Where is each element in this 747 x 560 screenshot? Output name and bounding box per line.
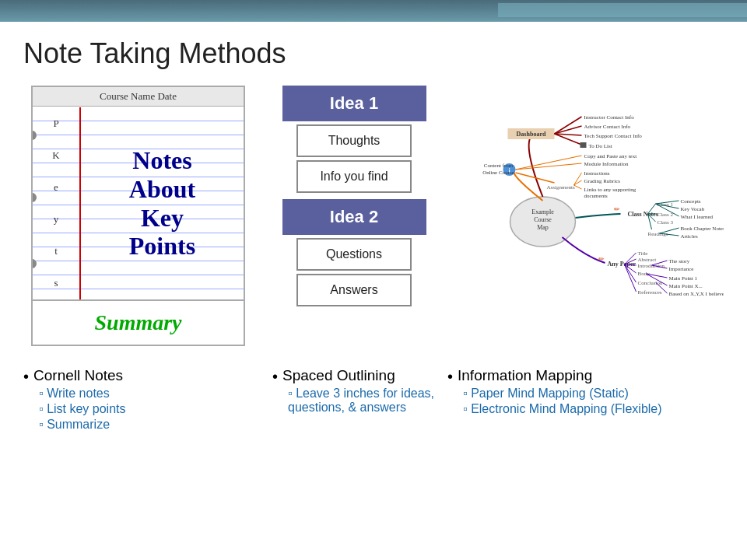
mindmap-section-title: Information Mapping (447, 367, 724, 386)
questions-block: Questions (296, 238, 412, 271)
svg-text:To Do List: To Do List (589, 143, 612, 149)
svg-text:Key Vocab: Key Vocab (681, 206, 705, 212)
svg-text:Course: Course (534, 216, 552, 223)
svg-text:Importance: Importance (669, 266, 694, 272)
info-block: Info you find (296, 160, 412, 193)
hole-1 (31, 131, 37, 140)
svg-text:Class 3: Class 3 (658, 219, 674, 226)
svg-text:Title: Title (638, 250, 648, 257)
outline-column: Idea 1 Thoughts Info you find Idea 2 Que… (272, 86, 436, 310)
svg-line-21 (516, 163, 582, 170)
svg-text:Any Paper: Any Paper (608, 261, 637, 268)
columns-container: Course Name Date P K e (23, 86, 724, 350)
cornell-bullets: Cornell Notes Write notes List key point… (23, 364, 265, 432)
svg-text:References: References (638, 289, 662, 296)
svg-text:documents: documents (584, 193, 608, 199)
svg-text:Main Point X...: Main Point X... (669, 283, 703, 289)
cornell-bullet-2: List key points (39, 401, 265, 417)
svg-text:Links to any supporting: Links to any supporting (584, 187, 637, 193)
svg-text:Content from: Content from (484, 163, 514, 169)
notebook-summary: Summary (33, 299, 244, 345)
svg-line-19 (516, 156, 582, 170)
top-bar (0, 0, 747, 22)
thoughts-block: Thoughts (296, 124, 412, 157)
svg-text:Articles: Articles (681, 233, 698, 240)
svg-text:Introduction: Introduction (638, 263, 665, 269)
svg-text:What I learned: What I learned (681, 214, 714, 220)
svg-text:Instructions: Instructions (584, 170, 610, 177)
mindmap-column: Example Course Map Dashboard Instructor … (447, 86, 724, 350)
svg-text:Advisor Contact Info: Advisor Contact Info (584, 124, 631, 130)
notebook-main-text: Notes About Key Points (129, 146, 195, 261)
notebook-diagram: Course Name Date P K e (31, 86, 245, 346)
notebook-header: Course Name Date (33, 87, 244, 107)
svg-line-8 (555, 126, 582, 134)
cornell-bullet-1: Write notes (39, 386, 265, 401)
hole-2 (31, 193, 37, 202)
svg-text:Class 2: Class 2 (658, 212, 674, 218)
bullets-row: Cornell Notes Write notes List key point… (23, 364, 724, 432)
svg-line-29 (574, 185, 582, 189)
mindmap-diagram: Example Course Map Dashboard Instructor … (447, 86, 724, 350)
cornell-bullet-3: Summarize (39, 417, 265, 432)
svg-text:Grading Rubrics: Grading Rubrics (584, 178, 621, 184)
mindmap-svg: Example Course Map Dashboard Instructor … (447, 86, 724, 350)
svg-text:Dashboard: Dashboard (517, 131, 546, 138)
svg-text:Map: Map (537, 224, 549, 231)
svg-text:Main Point 1: Main Point 1 (669, 275, 698, 282)
cornell-sub-bullets: Write notes List key points Summarize (23, 386, 265, 432)
outline-bullet-1: Leave 3 inches for ideas, questions, & a… (288, 386, 436, 415)
outline-diagram: Idea 1 Thoughts Info you find Idea 2 Que… (282, 86, 426, 310)
svg-text:Book Chapter Notes: Book Chapter Notes (681, 226, 724, 232)
svg-text:Abstract: Abstract (638, 257, 657, 263)
svg-line-25 (574, 173, 582, 185)
idea1-block: Idea 1 (282, 86, 426, 121)
svg-text:Tech Support Contact Info: Tech Support Contact Info (584, 133, 643, 139)
svg-text:✏: ✏ (614, 205, 620, 213)
outline-bullets: Spaced Outlining Leave 3 inches for idea… (272, 364, 436, 432)
mindmap-bullet-2: Electronic Mind Mapping (Flexible) (463, 401, 724, 417)
cornell-section-title: Cornell Notes (23, 367, 265, 386)
main-content: Note Taking Methods Course Name Date (0, 22, 747, 560)
top-bar-accent (498, 3, 747, 17)
svg-text:Concepts: Concepts (681, 198, 701, 205)
svg-text:✏: ✏ (598, 255, 605, 263)
svg-line-6 (555, 117, 582, 134)
svg-text:Example: Example (531, 208, 554, 215)
svg-text:Based on X,Y,X I believe: Based on X,Y,X I believe (669, 291, 724, 297)
mindmap-bullets: Information Mapping Paper Mind Mapping (… (447, 364, 724, 432)
page-title: Note Taking Methods (23, 37, 724, 70)
mindmap-bullet-1: Paper Mind Mapping (Static) (463, 386, 724, 401)
cornell-column: Course Name Date P K e (23, 86, 265, 346)
hole-3 (31, 259, 37, 268)
outline-sub-bullets: Leave 3 inches for ideas, questions, & a… (272, 386, 436, 415)
svg-text:Assignments: Assignments (547, 184, 575, 191)
svg-text:Instructor Contact Info: Instructor Contact Info (584, 114, 635, 121)
svg-text:Copy and Paste any text: Copy and Paste any text (584, 153, 637, 159)
svg-text:The story: The story (669, 258, 690, 264)
svg-rect-13 (580, 142, 587, 148)
svg-text:Online Course: Online Course (482, 170, 514, 176)
idea2-block: Idea 2 (282, 199, 426, 235)
answers-block: Answers (296, 274, 412, 306)
summary-text: Summary (94, 310, 181, 335)
mindmap-sub-bullets: Paper Mind Mapping (Static) Electronic M… (447, 386, 724, 417)
outline-section-title: Spaced Outlining (272, 367, 436, 386)
svg-text:Module Information: Module Information (584, 161, 629, 167)
